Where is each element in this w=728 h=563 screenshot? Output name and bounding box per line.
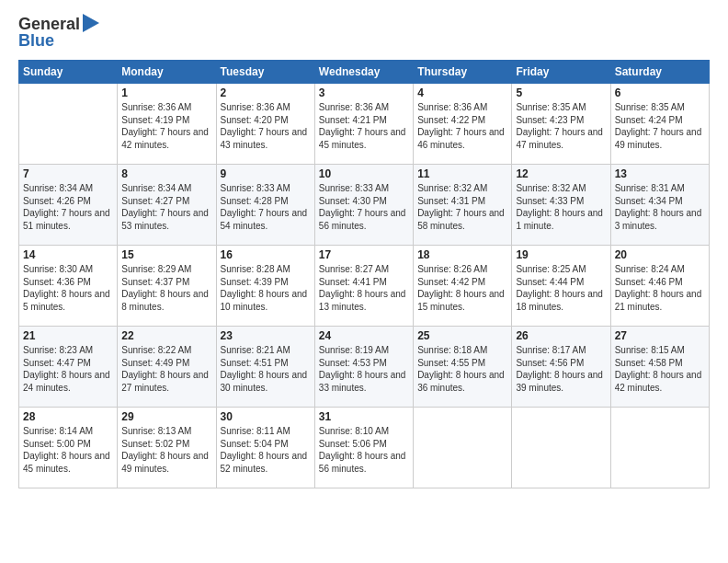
day-info: Sunrise: 8:33 AMSunset: 4:28 PMDaylight:… <box>221 182 311 232</box>
day-cell <box>512 408 610 488</box>
day-cell: 30Sunrise: 8:11 AMSunset: 5:04 PMDayligh… <box>216 408 314 488</box>
day-cell: 19Sunrise: 8:25 AMSunset: 4:44 PMDayligh… <box>512 246 610 327</box>
day-number: 26 <box>516 329 606 342</box>
day-info: Sunrise: 8:28 AMSunset: 4:39 PMDaylight:… <box>221 263 311 313</box>
day-number: 8 <box>121 167 211 180</box>
weekday-header-wednesday: Wednesday <box>314 61 413 84</box>
day-cell: 6Sunrise: 8:35 AMSunset: 4:24 PMDaylight… <box>610 84 709 165</box>
day-info: Sunrise: 8:36 AMSunset: 4:22 PMDaylight:… <box>417 101 507 151</box>
weekday-header-row: SundayMondayTuesdayWednesdayThursdayFrid… <box>19 61 710 84</box>
weekday-header-thursday: Thursday <box>414 61 512 84</box>
day-number: 15 <box>121 248 211 261</box>
day-number: 1 <box>121 86 211 99</box>
day-cell: 10Sunrise: 8:33 AMSunset: 4:30 PMDayligh… <box>314 165 413 246</box>
day-number: 11 <box>417 167 507 180</box>
day-cell <box>19 84 118 165</box>
day-info: Sunrise: 8:25 AMSunset: 4:44 PMDaylight:… <box>516 263 606 313</box>
weekday-header-saturday: Saturday <box>610 61 709 84</box>
day-info: Sunrise: 8:14 AMSunset: 5:00 PMDaylight:… <box>23 425 113 475</box>
day-number: 20 <box>615 248 705 261</box>
day-info: Sunrise: 8:24 AMSunset: 4:46 PMDaylight:… <box>615 263 705 313</box>
week-row-1: 1Sunrise: 8:36 AMSunset: 4:19 PMDaylight… <box>19 84 710 165</box>
day-number: 29 <box>121 410 211 423</box>
day-info: Sunrise: 8:33 AMSunset: 4:30 PMDaylight:… <box>319 182 409 232</box>
day-info: Sunrise: 8:21 AMSunset: 4:51 PMDaylight:… <box>221 344 311 394</box>
day-number: 19 <box>516 248 606 261</box>
day-number: 14 <box>23 248 113 261</box>
day-cell: 9Sunrise: 8:33 AMSunset: 4:28 PMDaylight… <box>216 165 314 246</box>
day-cell: 28Sunrise: 8:14 AMSunset: 5:00 PMDayligh… <box>19 408 118 488</box>
day-cell: 8Sunrise: 8:34 AMSunset: 4:27 PMDaylight… <box>118 165 216 246</box>
day-cell: 31Sunrise: 8:10 AMSunset: 5:06 PMDayligh… <box>314 408 413 488</box>
day-info: Sunrise: 8:22 AMSunset: 4:49 PMDaylight:… <box>121 344 211 394</box>
day-cell: 3Sunrise: 8:36 AMSunset: 4:21 PMDaylight… <box>314 84 413 165</box>
day-cell: 15Sunrise: 8:29 AMSunset: 4:37 PMDayligh… <box>118 246 216 327</box>
day-info: Sunrise: 8:30 AMSunset: 4:36 PMDaylight:… <box>23 263 113 313</box>
day-info: Sunrise: 8:35 AMSunset: 4:24 PMDaylight:… <box>615 101 705 151</box>
day-cell: 13Sunrise: 8:31 AMSunset: 4:34 PMDayligh… <box>610 165 709 246</box>
day-cell: 23Sunrise: 8:21 AMSunset: 4:51 PMDayligh… <box>216 327 314 408</box>
day-number: 5 <box>516 86 606 99</box>
day-cell: 26Sunrise: 8:17 AMSunset: 4:56 PMDayligh… <box>512 327 610 408</box>
day-number: 2 <box>221 86 311 99</box>
day-cell: 14Sunrise: 8:30 AMSunset: 4:36 PMDayligh… <box>19 246 118 327</box>
day-number: 4 <box>417 86 507 99</box>
day-number: 9 <box>221 167 311 180</box>
weekday-header-tuesday: Tuesday <box>216 61 314 84</box>
day-number: 25 <box>417 329 507 342</box>
day-number: 27 <box>615 329 705 342</box>
day-number: 6 <box>615 86 705 99</box>
day-info: Sunrise: 8:34 AMSunset: 4:27 PMDaylight:… <box>121 182 211 232</box>
day-cell: 21Sunrise: 8:23 AMSunset: 4:47 PMDayligh… <box>19 327 118 408</box>
day-cell: 5Sunrise: 8:35 AMSunset: 4:23 PMDaylight… <box>512 84 610 165</box>
day-info: Sunrise: 8:31 AMSunset: 4:34 PMDaylight:… <box>615 182 705 232</box>
day-number: 28 <box>23 410 113 423</box>
day-info: Sunrise: 8:13 AMSunset: 5:02 PMDaylight:… <box>121 425 211 475</box>
day-info: Sunrise: 8:23 AMSunset: 4:47 PMDaylight:… <box>23 344 113 394</box>
day-info: Sunrise: 8:36 AMSunset: 4:19 PMDaylight:… <box>121 101 211 151</box>
day-info: Sunrise: 8:27 AMSunset: 4:41 PMDaylight:… <box>319 263 409 313</box>
day-number: 23 <box>221 329 311 342</box>
day-info: Sunrise: 8:36 AMSunset: 4:20 PMDaylight:… <box>221 101 311 151</box>
day-cell: 4Sunrise: 8:36 AMSunset: 4:22 PMDaylight… <box>414 84 512 165</box>
day-info: Sunrise: 8:10 AMSunset: 5:06 PMDaylight:… <box>319 425 409 475</box>
day-number: 18 <box>417 248 507 261</box>
day-number: 10 <box>319 167 409 180</box>
logo-icon <box>83 14 99 32</box>
day-number: 17 <box>319 248 409 261</box>
day-info: Sunrise: 8:26 AMSunset: 4:42 PMDaylight:… <box>417 263 507 313</box>
day-number: 7 <box>23 167 113 180</box>
day-cell: 16Sunrise: 8:28 AMSunset: 4:39 PMDayligh… <box>216 246 314 327</box>
day-cell: 1Sunrise: 8:36 AMSunset: 4:19 PMDaylight… <box>118 84 216 165</box>
week-row-3: 14Sunrise: 8:30 AMSunset: 4:36 PMDayligh… <box>19 246 710 327</box>
day-info: Sunrise: 8:36 AMSunset: 4:21 PMDaylight:… <box>319 101 409 151</box>
day-info: Sunrise: 8:32 AMSunset: 4:31 PMDaylight:… <box>417 182 507 232</box>
day-number: 21 <box>23 329 113 342</box>
day-number: 24 <box>319 329 409 342</box>
header: General Blue <box>18 15 710 51</box>
day-cell: 22Sunrise: 8:22 AMSunset: 4:49 PMDayligh… <box>118 327 216 408</box>
day-number: 12 <box>516 167 606 180</box>
day-number: 22 <box>121 329 211 342</box>
day-cell: 29Sunrise: 8:13 AMSunset: 5:02 PMDayligh… <box>118 408 216 488</box>
day-info: Sunrise: 8:17 AMSunset: 4:56 PMDaylight:… <box>516 344 606 394</box>
day-number: 30 <box>221 410 311 423</box>
calendar-table: SundayMondayTuesdayWednesdayThursdayFrid… <box>18 60 710 488</box>
day-number: 13 <box>615 167 705 180</box>
day-number: 31 <box>319 410 409 423</box>
weekday-header-friday: Friday <box>512 61 610 84</box>
day-cell: 27Sunrise: 8:15 AMSunset: 4:58 PMDayligh… <box>610 327 709 408</box>
day-cell: 24Sunrise: 8:19 AMSunset: 4:53 PMDayligh… <box>314 327 413 408</box>
day-cell: 18Sunrise: 8:26 AMSunset: 4:42 PMDayligh… <box>414 246 512 327</box>
day-info: Sunrise: 8:32 AMSunset: 4:33 PMDaylight:… <box>516 182 606 232</box>
day-cell: 25Sunrise: 8:18 AMSunset: 4:55 PMDayligh… <box>414 327 512 408</box>
day-cell: 12Sunrise: 8:32 AMSunset: 4:33 PMDayligh… <box>512 165 610 246</box>
day-cell: 2Sunrise: 8:36 AMSunset: 4:20 PMDaylight… <box>216 84 314 165</box>
page: General Blue SundayMondayTuesdayWednesda… <box>0 0 728 563</box>
day-info: Sunrise: 8:19 AMSunset: 4:53 PMDaylight:… <box>319 344 409 394</box>
day-number: 3 <box>319 86 409 99</box>
svg-marker-0 <box>83 14 99 32</box>
day-cell: 11Sunrise: 8:32 AMSunset: 4:31 PMDayligh… <box>414 165 512 246</box>
weekday-header-monday: Monday <box>118 61 216 84</box>
week-row-4: 21Sunrise: 8:23 AMSunset: 4:47 PMDayligh… <box>19 327 710 408</box>
